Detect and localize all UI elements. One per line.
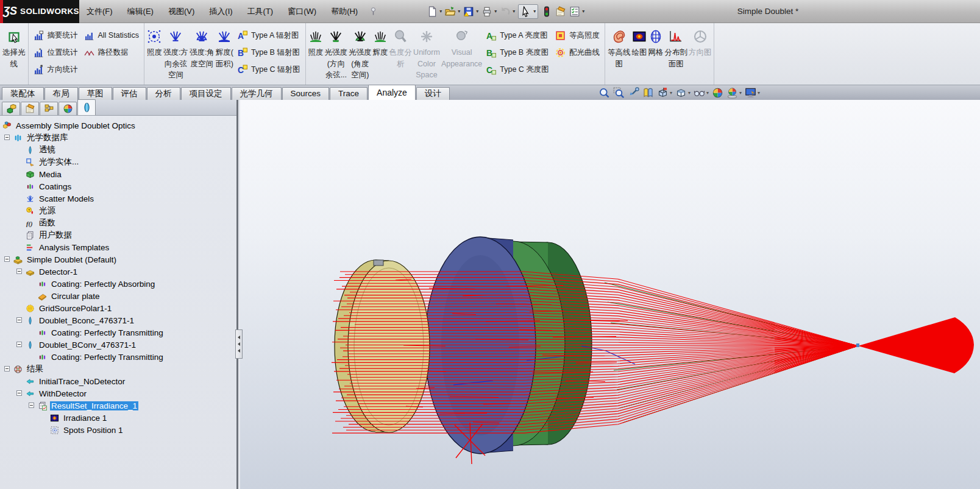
edit-properties-button[interactable]	[554, 4, 567, 19]
tree-item-row-3[interactable]: 光学实体...	[0, 156, 236, 168]
zoom-to-area-button[interactable]	[613, 87, 625, 99]
ribbon-button-intensity-ang-rad[interactable]: 强度:角度空间	[190, 23, 215, 69]
zoom-to-fit-button[interactable]	[598, 87, 610, 99]
tree-item-spots-position-1[interactable]: Spots Position 1	[0, 424, 236, 436]
tab-cmd0[interactable]: 装配体	[2, 87, 44, 100]
ribbon-button-select-rays[interactable]: 选择光线	[2, 23, 26, 69]
panel-tab-property-manager[interactable]	[21, 102, 39, 115]
tree-item-resultset-irradiance-1[interactable]: ResultSet_Irradiance_1	[0, 399, 236, 412]
tree-item-irradiance-1[interactable]: Irradiance 1	[0, 412, 236, 424]
select-arrow-button[interactable]: ▾	[518, 4, 538, 19]
ribbon-button-distribution-profile[interactable]: 分布剖面图	[664, 23, 687, 69]
view-settings-button[interactable]: ▾	[745, 87, 760, 99]
tree-item-analysis-templates[interactable]: Analysis Templates	[0, 241, 236, 253]
tree-item-coating-perfectly-transmitting[interactable]: Coating: Perfectly Transmitting	[0, 326, 236, 339]
tree-item-doublet-bconv-476371-1[interactable]: Doublet_BConv_476371-1	[0, 339, 236, 351]
ribbon-button-mesh[interactable]: 网格	[648, 23, 663, 58]
edit-appearance-button[interactable]	[712, 87, 723, 99]
tab-cmd4[interactable]: 分析	[147, 87, 180, 100]
tree-item-row-9[interactable]: 用户数据	[0, 229, 236, 241]
tab-cmd1[interactable]: 布局	[44, 87, 78, 100]
ribbon-button-letter-b-rad[interactable]: BType B 辐射图	[235, 44, 302, 61]
ribbon-button-stats-position[interactable]: *位置统计	[32, 44, 80, 61]
menu-insert[interactable]: 插入(I)	[202, 0, 240, 23]
ribbon-button-letter-c-rad[interactable]: CType C 辐射图	[235, 61, 302, 78]
ribbon-button-intensity-ang-photo[interactable]: 光强度(角度空间)	[349, 23, 372, 81]
tree-item-coatings[interactable]: Coatings	[0, 180, 236, 192]
ribbon-button-plot-map[interactable]: 绘图	[631, 23, 647, 58]
tree-expander-icon[interactable]	[16, 342, 22, 347]
tree-expander-icon[interactable]	[16, 390, 22, 396]
tree-item-circular-plate[interactable]: Circular plate	[0, 290, 236, 302]
tree-expander-icon[interactable]	[4, 256, 10, 262]
tab-cmd3[interactable]: 评估	[113, 87, 146, 100]
tree-item-row-1[interactable]: 光学数据库	[0, 132, 236, 144]
tree-item-row-20[interactable]: 结果	[0, 363, 236, 375]
menu-tools[interactable]: 工具(T)	[240, 0, 281, 23]
new-document-button[interactable]: ▾	[425, 4, 443, 19]
tab-cmd5[interactable]: 项目设定	[181, 87, 231, 100]
ribbon-button-intensity-cos-photo[interactable]: 光强度(方向余弦...	[325, 23, 348, 81]
tree-item-withdetector[interactable]: WithDetector	[0, 387, 236, 399]
tree-expander-icon[interactable]	[4, 135, 10, 140]
tab-analyze[interactable]: Analyze	[368, 85, 416, 100]
tree-item-doublet-bconc-476371-1[interactable]: Doublet_Bconc_476371-1	[0, 314, 236, 326]
ribbon-button-intensity-cos-rad[interactable]: 强度:方向余弦空间	[163, 23, 188, 81]
ribbon-button-letter-a-lum[interactable]: AType A 亮度图	[484, 27, 551, 44]
save-button[interactable]: ▾	[462, 4, 480, 19]
tree-item-gridsourcepolar1-1[interactable]: GridSourcePolar1-1	[0, 302, 236, 314]
ribbon-button-path-data[interactable]: 路径数据	[82, 44, 141, 61]
ribbon-button-light-distribution-curve[interactable]: 配光曲线	[553, 44, 602, 61]
tree-expander-icon[interactable]	[16, 269, 22, 274]
traffic-light-button[interactable]	[540, 4, 553, 19]
previous-view-button[interactable]	[628, 87, 639, 99]
display-style-button[interactable]: ▾	[675, 87, 691, 99]
tree-item-media[interactable]: Media	[0, 168, 236, 180]
tree-item-row-2[interactable]: 透镜	[0, 144, 236, 156]
print-button[interactable]: ▾	[480, 4, 498, 19]
graphics-viewport-3d[interactable]	[240, 100, 980, 489]
ribbon-button-stats-direction[interactable]: 方向统计	[32, 61, 80, 78]
tree-item-coating-perfectly-transmitting[interactable]: Coating: Perfectly Transmitting	[0, 351, 236, 363]
panel-tab-configuration-manager[interactable]	[40, 102, 58, 115]
tree-item-coating-perfectly-absorbing[interactable]: Coating: Perfectly Absorbing	[0, 278, 236, 290]
menu-help[interactable]: 帮助(H)	[324, 0, 365, 23]
tree-item-row-8[interactable]: f()函数	[0, 217, 236, 229]
ribbon-button-stats-summary[interactable]: 摘要统计	[32, 27, 80, 44]
tab-cmd10[interactable]: 设计	[416, 87, 450, 100]
tree-item-scatter-models[interactable]: Scatter Models	[0, 192, 236, 205]
open-button[interactable]: ▾	[444, 4, 461, 19]
tree-expander-icon[interactable]	[16, 317, 22, 323]
tab-cmd6[interactable]: 光学几何	[232, 87, 282, 100]
tree-expander-icon[interactable]	[29, 403, 34, 408]
options-list-button[interactable]: ▾	[568, 4, 586, 19]
ribbon-button-illuminance-photo[interactable]: 照度	[308, 23, 324, 58]
ribbon-button-irradiance-rad[interactable]: 照度	[147, 23, 162, 58]
apply-scene-button[interactable]: ▾	[726, 87, 742, 99]
view-orientation-button[interactable]: ▾	[657, 87, 672, 99]
panel-tab-feature-manager[interactable]	[2, 102, 20, 115]
tab-cmd2[interactable]: 草图	[79, 87, 112, 100]
ribbon-button-letter-a-rad[interactable]: AType A 辐射图	[235, 27, 302, 44]
menu-file[interactable]: 文件(F)	[79, 0, 120, 23]
tree-item-row-7[interactable]: T光源	[0, 205, 236, 217]
tab-sources[interactable]: Sources	[282, 87, 330, 100]
panel-splitter-handle[interactable]	[235, 329, 243, 359]
menu-window[interactable]: 窗口(W)	[280, 0, 324, 23]
menu-edit[interactable]: 编辑(E)	[120, 0, 161, 23]
ribbon-button-iso-illuminance[interactable]: 等高照度	[553, 27, 602, 44]
panel-tab-optical-manager[interactable]	[77, 99, 96, 115]
pushpin-icon[interactable]	[369, 7, 378, 16]
section-view-button[interactable]	[642, 87, 654, 99]
ribbon-button-luminance-photo[interactable]: 辉度	[373, 23, 388, 58]
tree-expander-icon[interactable]	[4, 366, 10, 371]
menu-view[interactable]: 视图(V)	[161, 0, 202, 23]
tree-item-simple-doublet-default[interactable]: Simple Doublet (Default)	[0, 253, 236, 266]
tree-item-detector-1[interactable]: Detector-1	[0, 266, 236, 278]
ribbon-button-contour-map[interactable]: 等高线图	[608, 23, 631, 69]
tree-item-initialtrace-nodetector[interactable]: InitialTrace_NoDetector	[0, 375, 236, 387]
ribbon-button-radiance-area-rad[interactable]: 辉度(面积)	[216, 23, 233, 69]
hide-show-items-button[interactable]: ▾	[694, 87, 709, 99]
ribbon-button-letter-b-lum[interactable]: BType B 亮度图	[484, 44, 551, 61]
tab-trace[interactable]: Trace	[330, 87, 367, 100]
